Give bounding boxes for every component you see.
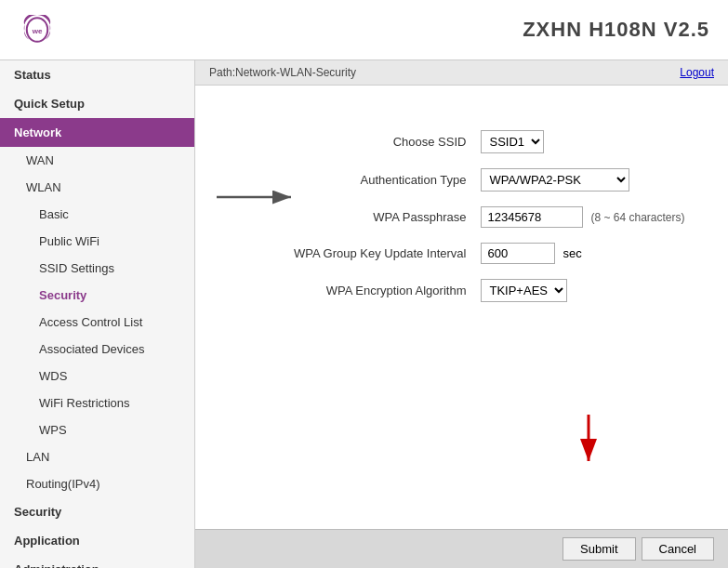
sidebar-item-administration[interactable]: Administration xyxy=(0,555,194,568)
sidebar-item-network[interactable]: Network xyxy=(0,118,194,147)
wpa-passphrase-cell: (8 ~ 64 characters) xyxy=(475,199,690,235)
path-bar: Path:Network-WLAN-Security Logout xyxy=(195,60,728,86)
form-area: Choose SSID SSID1 SSID2 SSID3 SSID4 Auth… xyxy=(195,86,728,529)
cancel-button[interactable]: Cancel xyxy=(642,537,714,561)
header: we ZXHN H108N V2.5 xyxy=(0,0,728,60)
wpa-group-unit: sec xyxy=(563,246,581,260)
svg-text:we: we xyxy=(32,27,43,35)
wpa-encryption-cell: TKIP+AES TKIP AES xyxy=(475,271,690,310)
sidebar-item-routing[interactable]: Routing(IPv4) xyxy=(0,470,194,497)
app-title: ZXHN H108N V2.5 xyxy=(523,18,709,42)
form-table: Choose SSID SSID1 SSID2 SSID3 SSID4 Auth… xyxy=(288,123,691,310)
choose-ssid-label: Choose SSID xyxy=(288,123,475,161)
wpa-passphrase-input[interactable] xyxy=(481,206,583,228)
wpa-group-cell: sec xyxy=(475,235,690,271)
sidebar-item-publicwifi[interactable]: Public WiFi xyxy=(0,228,194,255)
wpa-group-label: WPA Group Key Update Interval xyxy=(288,235,475,271)
wpa-passphrase-label: WPA Passphrase xyxy=(288,199,475,235)
sidebar-item-basic[interactable]: Basic xyxy=(0,201,194,228)
sidebar-item-wds[interactable]: WDS xyxy=(0,363,194,390)
wpa-encryption-select[interactable]: TKIP+AES TKIP AES xyxy=(481,279,567,302)
logo-area: we xyxy=(19,11,60,48)
sidebar-item-ssidsettings[interactable]: SSID Settings xyxy=(0,255,194,282)
sidebar-item-wps[interactable]: WPS xyxy=(0,416,194,443)
auth-type-label: Authentication Type xyxy=(288,161,475,199)
auth-type-select[interactable]: WPA/WPA2-PSK WPA-PSK WPA2-PSK WEP xyxy=(481,168,629,192)
sidebar-item-lan[interactable]: LAN xyxy=(0,443,194,470)
submit-arrow xyxy=(561,410,616,478)
wpa-passphrase-hint: (8 ~ 64 characters) xyxy=(590,211,684,224)
content-area: Path:Network-WLAN-Security Logout xyxy=(195,60,728,568)
path-text: Path:Network-WLAN-Security xyxy=(209,66,356,79)
sidebar-item-wlan[interactable]: WLAN xyxy=(0,174,194,201)
sidebar-item-security-top[interactable]: Security xyxy=(0,497,194,526)
sidebar-item-quicksetup[interactable]: Quick Setup xyxy=(0,89,194,118)
auth-type-cell: WPA/WPA2-PSK WPA-PSK WPA2-PSK WEP xyxy=(475,161,690,199)
choose-ssid-select[interactable]: SSID1 SSID2 SSID3 SSID4 xyxy=(481,130,544,153)
sidebar-item-application[interactable]: Application xyxy=(0,526,194,555)
logo-icon: we xyxy=(19,11,56,48)
sidebar-item-wan[interactable]: WAN xyxy=(0,147,194,174)
sidebar-item-associated[interactable]: Associated Devices xyxy=(0,336,194,363)
sidebar-item-security[interactable]: Security xyxy=(0,282,194,309)
sidebar-item-acl[interactable]: Access Control List xyxy=(0,309,194,336)
sidebar: Status Quick Setup Network WAN WLAN Basi… xyxy=(0,60,195,568)
choose-ssid-cell: SSID1 SSID2 SSID3 SSID4 xyxy=(475,123,690,161)
submit-button[interactable]: Submit xyxy=(563,537,635,561)
bottom-bar: Submit Cancel xyxy=(195,529,728,568)
sidebar-item-status[interactable]: Status xyxy=(0,60,194,89)
sidebar-item-wifirestrictions[interactable]: WiFi Restrictions xyxy=(0,390,194,416)
logout-link[interactable]: Logout xyxy=(680,66,714,79)
wpa-encryption-label: WPA Encryption Algorithm xyxy=(288,271,475,310)
wpa-group-input[interactable] xyxy=(481,243,555,264)
